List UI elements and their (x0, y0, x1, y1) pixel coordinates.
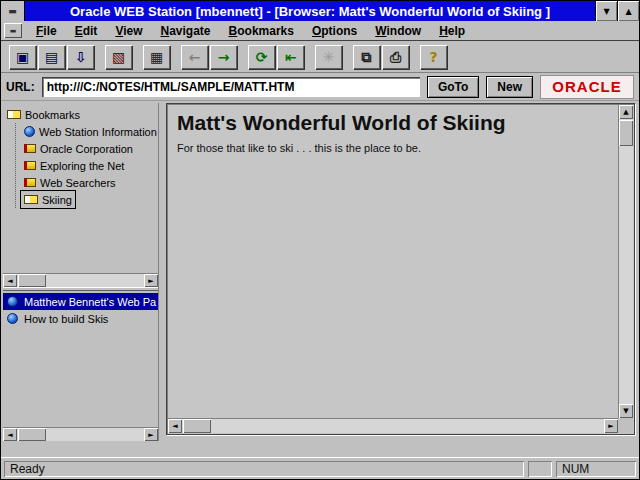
reload-icon: ⟳ (256, 50, 268, 64)
page-title: Matt's Wonderful World of Skiing (177, 111, 608, 135)
bookmark-item[interactable]: Oracle Corporation (21, 140, 136, 157)
scroll-left-button[interactable]: ◄ (168, 419, 182, 433)
scroll-thumb[interactable] (18, 428, 46, 441)
arrow-right-icon: ► (608, 422, 613, 430)
open-book-icon (7, 110, 21, 119)
bookmark-item[interactable]: Web Searchers (21, 174, 119, 191)
status-cell (528, 461, 552, 477)
arrow-left-icon: ◄ (7, 277, 12, 285)
snapshot-button[interactable]: ▦ (143, 45, 170, 69)
bottom-gap (1, 441, 639, 457)
url-input[interactable] (42, 77, 420, 97)
back-button[interactable]: ← (181, 45, 208, 69)
forward-button[interactable]: → (210, 45, 237, 69)
book-icon (24, 178, 36, 187)
toolbar-group: ←→ (181, 45, 237, 69)
pages-hscrollbar[interactable]: ◄ ► (3, 427, 158, 441)
arrow-right-icon: ► (148, 431, 153, 439)
menu-item-view[interactable]: View (106, 23, 151, 39)
scroll-left-button[interactable]: ◄ (3, 428, 17, 441)
menu-item-bookmarks[interactable]: Bookmarks (220, 23, 303, 39)
pages-list: Matthew Bennett's Web PaHow to build Ski… (3, 291, 158, 327)
scrollbar-corner (618, 418, 633, 433)
arrow-left-icon: ◄ (7, 431, 12, 439)
help-button[interactable]: ? (420, 45, 447, 69)
bookmark-label: Oracle Corporation (40, 143, 133, 155)
document-button[interactable]: ▤ (38, 45, 65, 69)
main-area: BookmarksWeb Station InformationOracle C… (1, 101, 639, 441)
menu-items: FileEditViewNavigateBookmarksOptionsWind… (27, 23, 474, 39)
application-window: ▬ Oracle WEB Station [mbennett] - [Brows… (0, 0, 640, 480)
forward-icon: → (218, 50, 230, 64)
scroll-track[interactable] (17, 274, 144, 287)
bookmark-item[interactable]: Skiing (21, 191, 75, 208)
bookmark-item[interactable]: Web Station Information (21, 123, 158, 140)
workstation-button[interactable]: ▣ (9, 45, 36, 69)
page-text: For those that like to ski . . . this is… (177, 142, 608, 154)
scroll-thumb[interactable] (18, 274, 46, 287)
oracle-logo: ORACLE (540, 75, 634, 99)
book-icon (24, 144, 36, 153)
scroll-right-button[interactable]: ► (144, 274, 158, 287)
scroll-right-button[interactable]: ► (604, 419, 618, 433)
child-system-menu-icon: ▬ (10, 27, 17, 35)
toolbar-group: ▦ (143, 45, 170, 69)
images-button[interactable]: ✳ (315, 45, 342, 69)
new-button[interactable]: New (486, 76, 533, 98)
globe-icon (24, 126, 35, 137)
menu-item-navigate[interactable]: Navigate (152, 23, 220, 39)
scroll-track[interactable] (619, 119, 633, 404)
menu-item-window[interactable]: Window (366, 23, 430, 39)
scroll-thumb[interactable] (183, 419, 211, 433)
scroll-track[interactable] (182, 419, 604, 433)
scroll-right-button[interactable]: ► (144, 428, 158, 441)
menu-item-help[interactable]: Help (430, 23, 474, 39)
bookmarks-panel: BookmarksWeb Station InformationOracle C… (3, 103, 158, 287)
minimize-icon: ▼ (603, 7, 609, 16)
scroll-track[interactable] (17, 428, 144, 441)
return-button[interactable]: ⇤ (277, 45, 304, 69)
workstation-icon: ▣ (16, 50, 29, 64)
scroll-up-button[interactable]: ▲ (619, 105, 633, 119)
pages-panel: Matthew Bennett's Web PaHow to build Ski… (3, 291, 158, 441)
goto-button[interactable]: GoTo (427, 76, 479, 98)
reload-button[interactable]: ⟳ (248, 45, 275, 69)
menu-item-file[interactable]: File (27, 23, 66, 39)
menu-item-options[interactable]: Options (303, 23, 366, 39)
status-bar: Ready NUM (1, 457, 639, 479)
bookmarks-root[interactable]: Bookmarks (7, 106, 158, 123)
maximize-button[interactable]: ▲ (617, 1, 639, 21)
scroll-down-button[interactable]: ▼ (619, 404, 633, 418)
bookmark-label: Skiing (42, 194, 72, 206)
menu-item-edit[interactable]: Edit (66, 23, 107, 39)
fetch-url-icon: ⇩ (75, 50, 87, 64)
toolbar-group: ✳ (315, 45, 342, 69)
bookmarks-hscrollbar[interactable]: ◄ ► (3, 273, 158, 287)
scroll-thumb[interactable] (619, 120, 633, 146)
toolbar-group: ⟳⇤ (248, 45, 304, 69)
system-menu-button[interactable]: ▬ (1, 1, 25, 21)
copy-button[interactable]: ⧉ (353, 45, 380, 69)
scroll-left-button[interactable]: ◄ (3, 274, 17, 287)
arrow-up-icon: ▲ (623, 108, 628, 116)
fetch-url-button[interactable]: ⇩ (67, 45, 94, 69)
toolbar: ▣▤⇩▧▦←→⟳⇤✳⧉⎙? (1, 41, 639, 73)
arrow-down-icon: ▼ (623, 407, 628, 415)
status-message: Ready (4, 461, 524, 477)
globe-icon (7, 296, 18, 307)
title-bar: ▬ Oracle WEB Station [mbennett] - [Brows… (1, 1, 639, 21)
content-hscrollbar[interactable]: ◄ ► (168, 418, 618, 433)
left-sidebar: BookmarksWeb Station InformationOracle C… (3, 103, 159, 441)
menu-bar: ▬ FileEditViewNavigateBookmarksOptionsWi… (1, 21, 639, 41)
print-button[interactable]: ⎙ (382, 45, 409, 69)
minimize-button[interactable]: ▼ (595, 1, 617, 21)
print-icon: ⎙ (390, 50, 401, 64)
page-item[interactable]: How to build Skis (3, 310, 158, 327)
page-label: Matthew Bennett's Web Pa (24, 296, 156, 308)
content-vscrollbar[interactable]: ▲ ▼ (618, 105, 633, 418)
edit-document-button[interactable]: ▧ (105, 45, 132, 69)
content-area: Matt's Wonderful World of Skiing For tho… (166, 103, 635, 435)
page-item[interactable]: Matthew Bennett's Web Pa (3, 293, 158, 310)
bookmark-item[interactable]: Exploring the Net (21, 157, 127, 174)
child-system-menu-button[interactable]: ▬ (4, 23, 22, 38)
